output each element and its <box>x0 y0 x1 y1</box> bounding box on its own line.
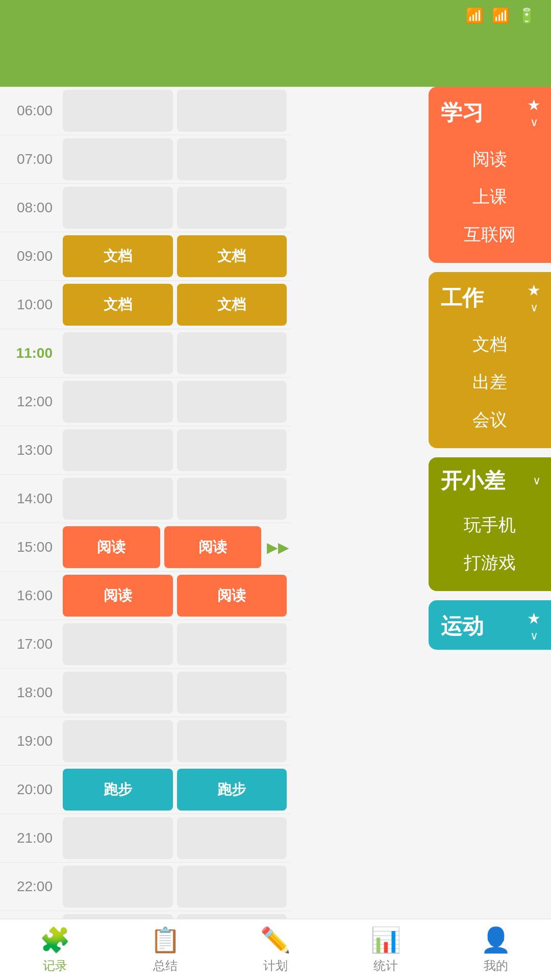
category-title: 工作 <box>441 284 484 312</box>
category-item[interactable]: 互联网 <box>429 216 551 254</box>
time-slots <box>59 378 291 426</box>
calendar-slot[interactable] <box>177 90 287 132</box>
time-label: 13:00 <box>0 426 59 474</box>
time-label: 18:00 <box>0 669 59 717</box>
calendar-slot[interactable] <box>177 138 287 180</box>
time-slots <box>59 717 291 765</box>
category-header-study[interactable]: 学习★∨ <box>429 87 551 136</box>
calendar-slot[interactable] <box>63 381 173 423</box>
calendar-slot[interactable] <box>63 623 173 665</box>
calendar-slot[interactable] <box>177 623 287 665</box>
time-row: 12:00 <box>0 378 291 426</box>
calendar-section: 06:0007:0008:0009:00文档文档10:00文档文档11:0012… <box>0 87 291 919</box>
time-label: 20:00 <box>0 766 59 814</box>
time-label: 08:00 <box>0 184 59 232</box>
category-title: 运动 <box>441 612 484 641</box>
category-item[interactable]: 文档 <box>429 326 551 363</box>
calendar-slot[interactable] <box>177 381 287 423</box>
time-label: 19:00 <box>0 717 59 765</box>
category-card-sport: 运动★∨ <box>429 600 551 650</box>
nav-item-plan[interactable]: ✏️计划 <box>220 926 331 974</box>
category-item[interactable]: 打游戏 <box>429 544 551 582</box>
time-slots <box>59 911 291 919</box>
category-icons: ★∨ <box>527 96 541 129</box>
calendar-slot[interactable]: 文档 <box>177 235 287 277</box>
time-row: 16:00阅读阅读 <box>0 572 291 620</box>
nav-item-record[interactable]: 🧩记录 <box>0 926 110 974</box>
calendar-slot[interactable] <box>63 866 173 908</box>
nav-item-summary[interactable]: 📋总结 <box>110 926 220 974</box>
calendar-slot[interactable] <box>177 720 287 762</box>
category-item[interactable]: 出差 <box>429 363 551 401</box>
status-indicators: 📶 📶 🔋 <box>466 7 536 24</box>
chevron-down-icon[interactable]: ∨ <box>530 301 538 314</box>
calendar-slot[interactable]: 文档 <box>63 284 173 326</box>
calendar-slot[interactable]: 文档 <box>177 284 287 326</box>
chevron-down-icon[interactable]: ∨ <box>530 629 538 643</box>
nav-icon-plan: ✏️ <box>260 926 291 954</box>
chevron-down-icon[interactable]: ∨ <box>533 474 541 487</box>
time-row: 11:00 <box>0 329 291 378</box>
category-item[interactable]: 会议 <box>429 401 551 439</box>
nav-item-mine[interactable]: 👤我的 <box>441 926 551 974</box>
chevron-down-icon[interactable]: ∨ <box>530 116 538 129</box>
calendar-slot[interactable] <box>63 332 173 374</box>
calendar-slot[interactable] <box>177 332 287 374</box>
nav-item-stats[interactable]: 📊统计 <box>331 926 441 974</box>
calendar-slot[interactable] <box>177 672 287 714</box>
category-item[interactable]: 玩手机 <box>429 506 551 544</box>
calendar-slot[interactable] <box>63 720 173 762</box>
time-label: 06:00 <box>0 87 59 135</box>
calendar-slot[interactable]: 阅读 <box>164 526 262 568</box>
star-icon[interactable]: ★ <box>527 281 541 299</box>
calendar-slot[interactable] <box>177 914 287 919</box>
category-header-sport[interactable]: 运动★∨ <box>429 600 551 650</box>
calendar-slot[interactable] <box>177 429 287 471</box>
star-icon[interactable]: ★ <box>527 609 541 627</box>
category-items: 文档出差会议 <box>429 322 551 448</box>
calendar-slot[interactable]: 跑步 <box>63 769 173 811</box>
calendar-slot[interactable] <box>63 914 173 919</box>
nav-label-mine: 我的 <box>484 958 508 974</box>
time-slots <box>59 329 291 377</box>
time-label: 07:00 <box>0 135 59 183</box>
calendar-slot[interactable] <box>63 138 173 180</box>
category-header-slack[interactable]: 开小差∨ <box>429 457 551 502</box>
time-row: 18:00 <box>0 669 291 717</box>
calendar-slot[interactable]: 跑步 <box>177 769 287 811</box>
forward-button[interactable]: ▶▶ <box>265 523 291 571</box>
time-slots <box>59 863 291 911</box>
calendar-slot[interactable] <box>63 478 173 520</box>
category-item[interactable]: 上课 <box>429 178 551 216</box>
category-item[interactable]: 阅读 <box>429 140 551 178</box>
calendar-slot[interactable]: 文档 <box>63 235 173 277</box>
calendar-slot[interactable] <box>63 429 173 471</box>
nav-icon-record: 🧩 <box>40 926 70 954</box>
calendar-slot[interactable] <box>177 478 287 520</box>
star-icon[interactable]: ★ <box>527 96 541 114</box>
calendar-slot[interactable] <box>63 672 173 714</box>
calendar-slot[interactable] <box>177 187 287 229</box>
time-row: 07:00 <box>0 135 291 184</box>
wifi-icon: 📶 <box>466 7 484 24</box>
nav-label-plan: 计划 <box>263 958 288 974</box>
nav-label-record: 记录 <box>43 958 67 974</box>
calendar-slot[interactable]: 阅读 <box>177 575 287 617</box>
calendar-slot[interactable] <box>63 187 173 229</box>
category-header-work[interactable]: 工作★∨ <box>429 272 551 322</box>
bottom-nav: 🧩记录📋总结✏️计划📊统计👤我的 <box>0 919 551 980</box>
time-slots: 阅读阅读 <box>59 572 291 620</box>
main-area: 06:0007:0008:0009:00文档文档10:00文档文档11:0012… <box>0 87 551 919</box>
category-items: 阅读上课互联网 <box>429 136 551 263</box>
calendar-slot[interactable] <box>177 817 287 859</box>
calendar-slot[interactable] <box>63 90 173 132</box>
calendar-slot[interactable] <box>177 866 287 908</box>
time-row: 10:00文档文档 <box>0 281 291 329</box>
calendar-slot[interactable]: 阅读 <box>63 575 173 617</box>
time-label: 16:00 <box>0 572 59 620</box>
time-slots: 阅读阅读 <box>59 523 265 571</box>
time-slots: 文档文档 <box>59 232 291 280</box>
calendar-slot[interactable] <box>63 817 173 859</box>
time-slots <box>59 620 291 668</box>
calendar-slot[interactable]: 阅读 <box>63 526 160 568</box>
